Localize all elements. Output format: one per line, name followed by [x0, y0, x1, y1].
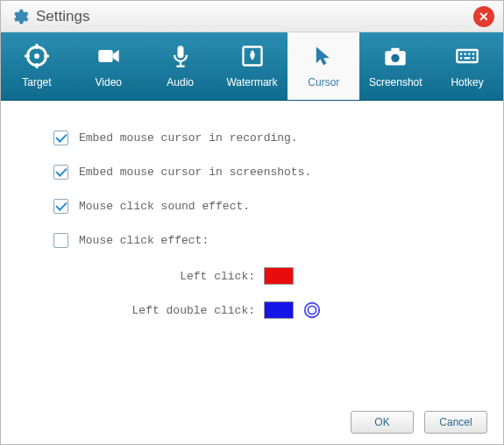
svg-rect-21 — [472, 57, 474, 59]
target-icon — [25, 44, 49, 71]
tab-label: Hotkey — [451, 76, 483, 88]
checkbox-embed-cursor-recording[interactable] — [53, 131, 68, 145]
tab-label: Video — [96, 76, 122, 88]
window-title: Settings — [36, 8, 89, 25]
ok-button-label: OK — [374, 416, 389, 428]
tab-watermark[interactable]: Watermark — [217, 32, 288, 100]
settings-gear-icon — [10, 7, 29, 26]
left-double-click-color-swatch[interactable] — [264, 301, 294, 319]
svg-point-23 — [308, 306, 316, 314]
titlebar: Settings ✕ — [1, 1, 503, 32]
svg-rect-7 — [177, 46, 183, 58]
tab-label: Watermark — [226, 76, 277, 88]
option-row: Mouse click effect: — [53, 233, 477, 248]
svg-rect-14 — [457, 50, 477, 62]
option-row: Mouse click sound effect. — [53, 199, 477, 214]
tab-label: Audio — [167, 76, 194, 88]
tab-screenshot[interactable]: Screenshot — [359, 32, 431, 100]
ring-effect-icon — [302, 300, 322, 320]
tab-hotkey[interactable]: Hotkey — [431, 32, 503, 100]
click-effect-settings: Left click: Left double click: — [106, 267, 477, 320]
svg-point-13 — [392, 54, 400, 62]
tab-target[interactable]: Target — [1, 32, 73, 100]
option-label: Mouse click effect: — [79, 234, 209, 247]
checkbox-click-effect[interactable] — [53, 233, 68, 248]
left-click-color-swatch[interactable] — [264, 267, 294, 285]
option-label: Mouse click sound effect. — [79, 200, 250, 213]
microphone-icon — [168, 44, 193, 71]
left-double-click-row: Left double click: — [106, 300, 477, 320]
tab-video[interactable]: Video — [73, 32, 145, 100]
close-button[interactable]: ✕ — [473, 6, 494, 27]
ok-button[interactable]: OK — [351, 411, 414, 434]
left-double-click-label: Left double click: — [106, 304, 264, 317]
option-row: Embed mouse cursor in recording. — [53, 131, 477, 145]
tab-bar: Target Video Audio Watermark Cursor — [1, 32, 503, 101]
svg-rect-20 — [465, 57, 471, 59]
option-row: Embed mouse cursor in screenshots. — [53, 165, 477, 180]
close-icon: ✕ — [479, 10, 489, 24]
tab-label: Cursor — [308, 76, 339, 88]
svg-rect-15 — [460, 53, 462, 55]
svg-rect-17 — [468, 53, 470, 55]
left-click-row: Left click: — [106, 267, 477, 285]
watermark-icon — [240, 44, 265, 71]
dialog-footer: OK Cancel — [351, 411, 487, 434]
svg-rect-16 — [465, 53, 466, 55]
svg-rect-18 — [472, 53, 474, 55]
video-icon — [96, 44, 121, 71]
cancel-button[interactable]: Cancel — [424, 411, 487, 434]
cursor-settings-panel: Embed mouse cursor in recording. Embed m… — [1, 101, 503, 344]
tab-audio[interactable]: Audio — [145, 32, 217, 100]
left-click-label: Left click: — [106, 270, 264, 283]
option-label: Embed mouse cursor in recording. — [79, 131, 298, 145]
settings-window: Settings ✕ Target Video Audio — [0, 0, 504, 445]
tab-label: Target — [22, 76, 51, 88]
svg-point-1 — [34, 53, 39, 59]
svg-rect-12 — [392, 48, 400, 53]
checkbox-click-sound[interactable] — [53, 199, 68, 214]
option-label: Embed mouse cursor in screenshots. — [79, 166, 311, 179]
cursor-icon — [311, 44, 336, 71]
keyboard-icon — [455, 44, 479, 71]
checkbox-embed-cursor-screenshots[interactable] — [53, 165, 68, 180]
camera-icon — [383, 44, 408, 71]
tab-label: Screenshot — [369, 76, 422, 88]
svg-rect-19 — [460, 57, 462, 59]
tab-cursor[interactable]: Cursor — [287, 32, 359, 100]
cancel-button-label: Cancel — [439, 416, 472, 428]
svg-rect-6 — [98, 50, 112, 62]
svg-point-22 — [305, 303, 320, 318]
